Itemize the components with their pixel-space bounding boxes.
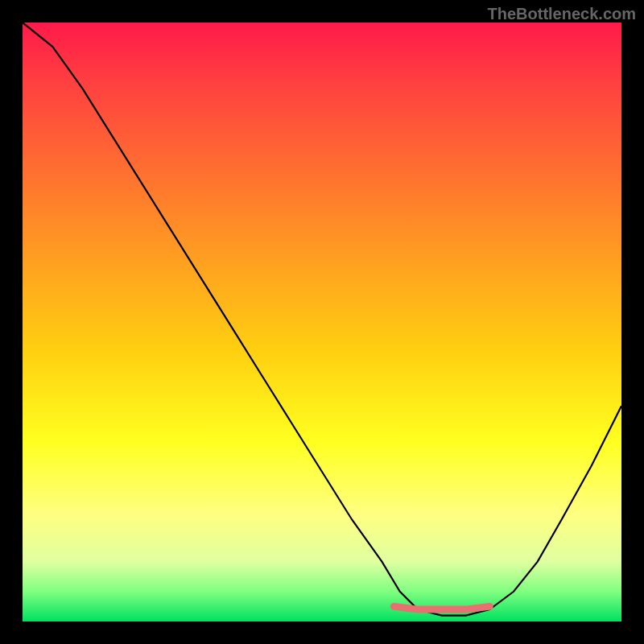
sweet-zone-marker (394, 606, 489, 609)
watermark-text: TheBottleneck.com (488, 5, 636, 23)
bottleneck-curve (23, 23, 621, 616)
chart-svg (23, 23, 621, 621)
chart-area (23, 23, 621, 621)
